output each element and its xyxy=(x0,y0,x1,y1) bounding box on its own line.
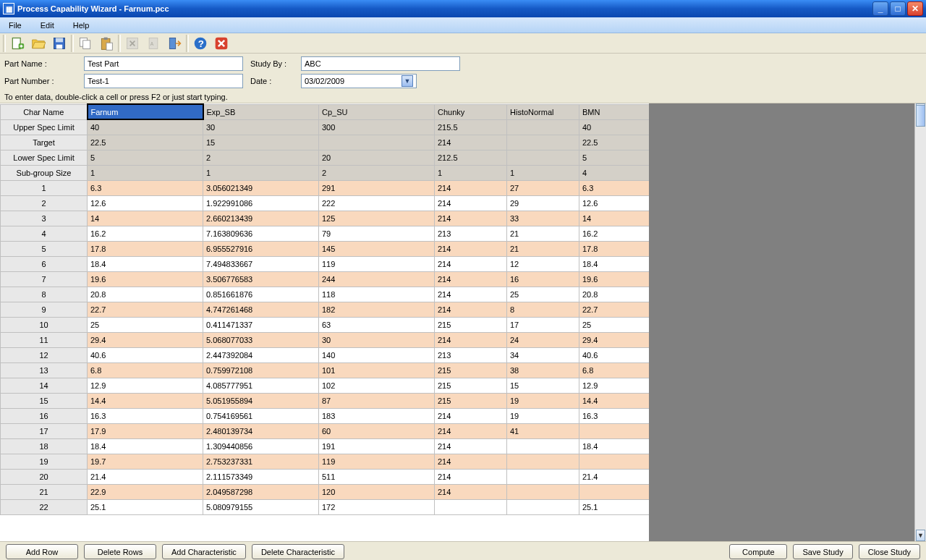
data-cell[interactable]: 15 xyxy=(507,378,579,393)
data-cell[interactable]: 34 xyxy=(507,347,579,362)
data-cell[interactable]: 29 xyxy=(507,195,579,211)
data-cell[interactable]: 120 xyxy=(319,484,435,499)
data-cell[interactable]: 27 xyxy=(507,180,579,195)
data-cell[interactable]: 214 xyxy=(435,287,507,302)
data-cell[interactable]: 33 xyxy=(507,211,579,226)
new-icon[interactable] xyxy=(8,35,27,52)
data-cell[interactable]: 18.4 xyxy=(579,438,650,454)
spec-cell[interactable]: 40 xyxy=(579,119,650,135)
save-icon[interactable] xyxy=(50,35,69,52)
data-cell[interactable]: 2.111573349 xyxy=(203,469,319,484)
data-cell[interactable]: 213 xyxy=(435,226,507,241)
data-cell[interactable]: 16.2 xyxy=(579,226,650,241)
data-cell[interactable]: 214 xyxy=(435,454,507,469)
data-cell[interactable]: 7.494833667 xyxy=(203,256,319,271)
study-by-input[interactable] xyxy=(301,56,460,71)
data-cell[interactable]: 6.955527916 xyxy=(203,241,319,256)
data-cell[interactable]: 214 xyxy=(435,469,507,484)
exit-icon[interactable] xyxy=(165,35,184,52)
data-cell[interactable]: 0.851661876 xyxy=(203,287,319,302)
data-cell[interactable]: 4.747261468 xyxy=(203,302,319,317)
data-cell[interactable]: 14.4 xyxy=(88,393,203,408)
paste-icon[interactable] xyxy=(97,35,116,52)
data-cell[interactable] xyxy=(507,484,579,499)
data-cell[interactable]: 119 xyxy=(319,454,435,469)
data-cell[interactable]: 0.754169561 xyxy=(203,408,319,423)
row-header[interactable]: 11 xyxy=(1,332,88,347)
spec-cell[interactable]: 300 xyxy=(319,119,435,135)
data-cell[interactable]: 3.506776583 xyxy=(203,271,319,287)
data-cell[interactable]: 17.9 xyxy=(88,423,203,438)
data-cell[interactable]: 5.068077033 xyxy=(203,332,319,347)
save-study-button[interactable]: Save Study xyxy=(793,544,852,559)
data-cell[interactable]: 214 xyxy=(435,332,507,347)
spec-cell[interactable]: 5 xyxy=(88,150,203,165)
data-cell[interactable]: 60 xyxy=(319,423,435,438)
vertical-scrollbar[interactable]: ▲ ▼ xyxy=(914,103,926,541)
data-grid[interactable]: Char NameFarnumExp_SBCp_SUChunkyHistoNor… xyxy=(0,103,649,541)
row-header[interactable]: 21 xyxy=(1,484,88,499)
data-cell[interactable]: 22.7 xyxy=(88,302,203,317)
spec-cell[interactable]: 1 xyxy=(507,165,579,180)
compute-button[interactable]: Compute xyxy=(729,544,787,559)
data-cell[interactable]: 12.9 xyxy=(579,378,650,393)
row-header[interactable]: 4 xyxy=(1,226,88,241)
menu-help[interactable]: Help xyxy=(70,20,93,31)
part-number-input[interactable] xyxy=(84,74,243,88)
part-name-input[interactable] xyxy=(84,56,243,71)
delete-rows-button[interactable]: Delete Rows xyxy=(84,544,156,559)
data-cell[interactable]: 63 xyxy=(319,317,435,332)
data-cell[interactable]: 16.3 xyxy=(88,408,203,423)
data-cell[interactable]: 21.4 xyxy=(88,469,203,484)
row-header[interactable]: 13 xyxy=(1,362,88,378)
data-cell[interactable]: 222 xyxy=(319,195,435,211)
data-cell[interactable]: 16 xyxy=(507,271,579,287)
data-cell[interactable]: 12.6 xyxy=(579,195,650,211)
data-cell[interactable]: 214 xyxy=(435,408,507,423)
spec-cell[interactable] xyxy=(507,150,579,165)
data-cell[interactable]: 244 xyxy=(319,271,435,287)
data-cell[interactable]: 291 xyxy=(319,180,435,195)
data-cell[interactable]: 214 xyxy=(435,256,507,271)
column-header[interactable]: Cp_SU xyxy=(319,104,435,119)
data-cell[interactable]: 2.480139734 xyxy=(203,423,319,438)
data-cell[interactable]: 19.6 xyxy=(579,271,650,287)
row-header[interactable]: 14 xyxy=(1,378,88,393)
spec-cell[interactable]: 2 xyxy=(319,165,435,180)
data-cell[interactable]: 102 xyxy=(319,378,435,393)
data-cell[interactable]: 5.051955894 xyxy=(203,393,319,408)
data-cell[interactable]: 17.8 xyxy=(579,241,650,256)
data-cell[interactable]: 213 xyxy=(435,347,507,362)
data-cell[interactable]: 22.7 xyxy=(579,302,650,317)
data-cell[interactable]: 25 xyxy=(579,317,650,332)
data-cell[interactable]: 16.2 xyxy=(88,226,203,241)
add-characteristic-button[interactable]: Add Characteristic xyxy=(162,544,246,559)
data-cell[interactable]: 0.759972108 xyxy=(203,362,319,378)
copy-icon[interactable] xyxy=(76,35,95,52)
data-cell[interactable] xyxy=(579,423,650,438)
row-header[interactable]: 3 xyxy=(1,211,88,226)
row-header[interactable]: 5 xyxy=(1,241,88,256)
data-cell[interactable]: 79 xyxy=(319,226,435,241)
row-header[interactable]: 7 xyxy=(1,271,88,287)
open-icon[interactable] xyxy=(29,35,48,52)
maximize-button[interactable]: □ xyxy=(890,1,906,16)
row-header[interactable]: 16 xyxy=(1,408,88,423)
data-cell[interactable]: 1.922991086 xyxy=(203,195,319,211)
spec-cell[interactable]: 212.5 xyxy=(435,150,507,165)
spec-cell[interactable]: 1 xyxy=(203,165,319,180)
row-header[interactable]: 9 xyxy=(1,302,88,317)
data-cell[interactable]: 214 xyxy=(435,484,507,499)
data-cell[interactable]: 30 xyxy=(319,332,435,347)
row-header[interactable]: 15 xyxy=(1,393,88,408)
data-cell[interactable]: 145 xyxy=(319,241,435,256)
row-header[interactable]: 17 xyxy=(1,423,88,438)
data-cell[interactable]: 19.6 xyxy=(88,271,203,287)
help-icon[interactable]: ? xyxy=(191,35,210,52)
data-cell[interactable] xyxy=(579,484,650,499)
data-cell[interactable] xyxy=(507,454,579,469)
row-header[interactable]: 2 xyxy=(1,195,88,211)
row-header[interactable]: 18 xyxy=(1,438,88,454)
data-cell[interactable]: 29.4 xyxy=(579,332,650,347)
spec-cell[interactable]: 40 xyxy=(88,119,203,135)
